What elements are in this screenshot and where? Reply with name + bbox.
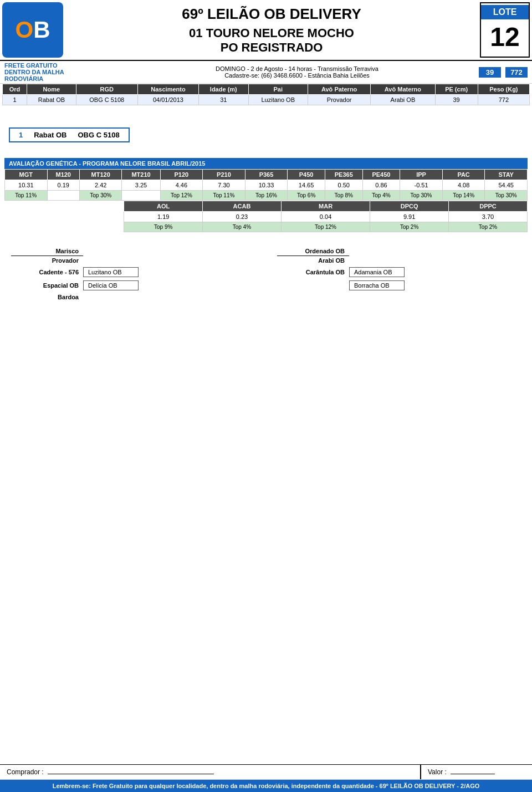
frete-line2: DENTRO DA MALHA (4, 69, 115, 75)
info-bar: FRETE GRATUITO DENTRO DA MALHA RODOVIÁRI… (0, 61, 532, 84)
table-header-row: Ord Nome RGD Nascimento Idade (m) Pai Av… (3, 84, 530, 95)
info-center: DOMINGO - 2 de Agosto - 14 horas - Trans… (115, 65, 479, 79)
th-peso: Peso (Kg) (478, 84, 529, 95)
title-line2: 01 TOURO NELORE MOCHO PO REGISTRADO (189, 26, 354, 55)
spacer (0, 311, 532, 764)
th-nascimento: Nascimento (137, 84, 198, 95)
th-pe: PE (cm) (435, 84, 478, 95)
animal-box: 1 Rabat OB OBG C 5108 (9, 127, 130, 142)
pedigree-section: Marisco Provador Cadente - 576 Luzitano … (11, 248, 521, 300)
th-ord: Ord (3, 84, 27, 95)
th-avo-paterno: Avô Paterno (308, 84, 370, 95)
header-title: 69º LEILÃO OB DELIVERY 01 TOURO NELORE M… (69, 2, 474, 58)
frete-line3: RODOVIÁRIA (4, 75, 115, 82)
ped-provador-label: Provador (33, 257, 83, 264)
num2-box: 772 (505, 67, 528, 78)
footer-section: Comprador : Valor : Lembrem-se: Frete Gr… (0, 764, 532, 792)
genetics-table: MGTM120MT120MT210P120P210P365P450PE365PE… (4, 169, 528, 201)
table-row: 1Rabat OBOBG C 510804/01/201331Luzitano … (3, 95, 530, 105)
logo-text: OB (15, 18, 50, 42)
ped-bardoa-label: Bardoa (11, 294, 83, 300)
animal-id: 1 (19, 131, 23, 139)
header: OB 69º LEILÃO OB DELIVERY 01 TOURO NELOR… (0, 0, 532, 61)
logo-b: B (33, 17, 50, 43)
th-rgd: RGD (76, 84, 137, 95)
frete-line1: FRETE GRATUITO (4, 62, 115, 69)
th-nome: Nome (27, 84, 76, 95)
ped-arabi-label: Arabi OB (299, 257, 349, 264)
main-table-section: Ord Nome RGD Nascimento Idade (m) Pai Av… (0, 84, 532, 105)
ped-ordenado-label: Ordenado OB (277, 248, 349, 254)
th-idade: Idade (m) (199, 84, 248, 95)
genetics-title: AVALIAÇÃO GENÉTICA - PROGRAMA NELORE BRA… (4, 158, 528, 169)
info-left: FRETE GRATUITO DENTRO DA MALHA RODOVIÁRI… (4, 62, 115, 82)
animal-name: Rabat OB (34, 131, 66, 139)
ped-marisco-label: Marisco (11, 248, 83, 254)
pedigree-left: Marisco Provador Cadente - 576 Luzitano … (11, 248, 255, 300)
ped-borracha-box: Borracha OB (349, 280, 405, 290)
event-text: DOMINGO - 2 de Agosto - 14 horas - Trans… (115, 65, 479, 72)
cadastro-text: Cadastre-se: (66) 3468.6600 - Estância B… (115, 72, 479, 79)
genetics-section: AVALIAÇÃO GENÉTICA - PROGRAMA NELORE BRA… (4, 158, 528, 232)
footer-note: Lembrem-se: Frete Gratuito para qualquer… (0, 780, 532, 792)
lote-number: 12 (490, 19, 519, 55)
ped-carantula-label: Carântula OB (288, 269, 349, 275)
lote-label: LOTE (481, 5, 529, 19)
logo-box: OB (2, 2, 63, 58)
footer-buyer: Comprador : (0, 765, 421, 779)
title-line1: 69º LEILÃO OB DELIVERY (182, 6, 361, 23)
lote-box: LOTE 12 (480, 2, 530, 58)
ped-adamania-box: Adamania OB (349, 267, 405, 277)
num1-box: 39 (479, 67, 501, 78)
gen-values-row: 10.310.192.423.254.467.3010.3314.650.500… (5, 180, 528, 191)
genetics-table2: AOLACABMARDPCQDPPC1.190.230.049.913.70To… (4, 201, 528, 232)
info-right: 39 772 (479, 67, 528, 78)
gen-tops-row: Top 11%Top 30%Top 12%Top 11%Top 16%Top 6… (5, 191, 528, 201)
th-avo-materno: Avô Materno (371, 84, 435, 95)
ped-luzitano-box: Luzitano OB (83, 267, 139, 277)
logo-o: O (15, 17, 33, 43)
animal-section: 1 Rabat OB OBG C 5108 (4, 116, 528, 148)
ped-cadente-label: Cadente - 576 (22, 269, 83, 275)
main-table: Ord Nome RGD Nascimento Idade (m) Pai Av… (2, 84, 530, 105)
gen-header-row: MGTM120MT120MT210P120P210P365P450PE365PE… (5, 170, 528, 180)
th-pai: Pai (248, 84, 308, 95)
ped-espacial-label: Espacial OB (22, 282, 83, 289)
page-container: OB 69º LEILÃO OB DELIVERY 01 TOURO NELOR… (0, 0, 532, 792)
animal-rgd: OBG C 5108 (78, 131, 119, 139)
footer-value: Valor : (421, 765, 532, 779)
footer-buyer-row: Comprador : Valor : (0, 765, 532, 780)
buyer-label: Comprador : (7, 768, 44, 776)
value-label: Valor : (428, 768, 447, 776)
pedigree-right: Ordenado OB Arabi OB Carântula OB Adaman… (277, 248, 521, 300)
ped-delicia-box: Delícia OB (83, 280, 139, 290)
